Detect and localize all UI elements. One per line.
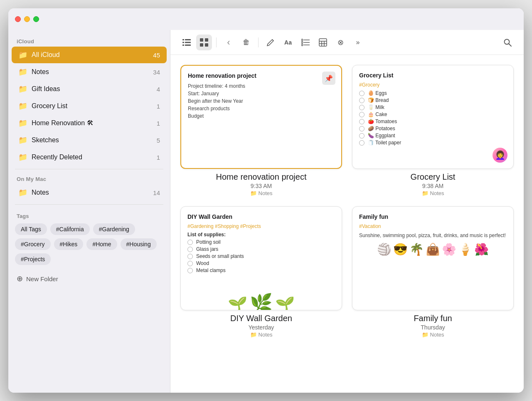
checkbox[interactable] bbox=[359, 98, 365, 103]
checklist-item: Wood bbox=[187, 260, 335, 266]
sidebar-item-label: Gift Ideas bbox=[32, 85, 153, 93]
sidebar-item-count: 34 bbox=[153, 69, 160, 76]
minimize-button[interactable] bbox=[24, 16, 30, 22]
svg-point-21 bbox=[505, 39, 510, 44]
tag-housing[interactable]: #Housing bbox=[121, 238, 157, 250]
note-card-family[interactable]: Family fun #Vacation Sunshine, swimming … bbox=[352, 206, 514, 310]
folder-icon: 📁 bbox=[18, 119, 27, 128]
note-card-home-renovation[interactable]: Home renovation project 📌 Project timeli… bbox=[180, 65, 342, 169]
checkbox[interactable] bbox=[187, 254, 193, 259]
svg-rect-16 bbox=[319, 39, 327, 46]
checkbox[interactable] bbox=[359, 105, 365, 110]
sidebar-item-all-icloud[interactable]: 📁 All iCloud 45 bbox=[12, 47, 167, 63]
checkbox[interactable] bbox=[187, 240, 193, 245]
folder-icon: 📁 bbox=[18, 153, 27, 162]
folder-icon-small: 📁 bbox=[422, 190, 429, 196]
tag-projects[interactable]: #Projects bbox=[15, 253, 51, 265]
sticker: 🌴 bbox=[409, 243, 424, 256]
sidebar-item-count: 14 bbox=[153, 189, 160, 196]
note-title: DIY Wall Garden bbox=[187, 213, 335, 220]
sidebar: iCloud 📁 All iCloud 45 📁 Notes 34 📁 Gift… bbox=[8, 8, 170, 393]
sidebar-item-label: Notes bbox=[32, 68, 149, 76]
collab-button[interactable]: ⊗ bbox=[332, 35, 348, 50]
checklist: Potting soil Glass jars Seeds or small p… bbox=[187, 239, 335, 273]
new-folder-label: New Folder bbox=[26, 275, 58, 282]
sidebar-item-sketches[interactable]: 📁 Sketches 5 bbox=[12, 132, 167, 149]
tag-home[interactable]: #Home bbox=[86, 238, 117, 250]
sticker: 🌸 bbox=[442, 243, 456, 256]
sidebar-item-mac-notes[interactable]: 📁 Notes 14 bbox=[12, 184, 167, 201]
note-wrapper-family: Family fun #Vacation Sunshine, swimming … bbox=[352, 206, 514, 338]
checklist-item: Potting soil bbox=[187, 239, 335, 245]
svg-rect-8 bbox=[200, 43, 203, 47]
note-body: Sunshine, swimming pool, pizza, fruit, d… bbox=[359, 232, 507, 239]
search-button[interactable] bbox=[500, 35, 515, 50]
checklist-item: 🍅 Tomatoes bbox=[359, 119, 507, 124]
note-info: Family fun Thursday 📁 Notes bbox=[352, 314, 514, 338]
svg-rect-4 bbox=[182, 45, 184, 46]
sidebar-item-home-renovation[interactable]: 📁 Home Renovation 🛠 1 bbox=[12, 115, 167, 131]
checklist-icon bbox=[301, 39, 310, 46]
tag-gardening[interactable]: #Gardening bbox=[93, 223, 135, 235]
checklist-item: Glass jars bbox=[187, 246, 335, 252]
compose-button[interactable] bbox=[263, 35, 278, 50]
toolbar-separator bbox=[258, 37, 259, 47]
divider bbox=[15, 204, 163, 205]
user-avatar: 👩‍🦱 bbox=[493, 148, 507, 163]
checkbox[interactable] bbox=[359, 133, 365, 139]
checkbox[interactable] bbox=[187, 261, 193, 266]
new-folder-button[interactable]: ⊕ New Folder bbox=[8, 270, 170, 287]
sidebar-item-label: Notes bbox=[32, 189, 149, 196]
note-info: DIY Wall Garden Yesterday 📁 Notes bbox=[180, 314, 342, 338]
note-body: Project timeline: 4 months Start: Januar… bbox=[188, 82, 335, 120]
sidebar-item-notes[interactable]: 📁 Notes 34 bbox=[12, 64, 167, 80]
sidebar-item-grocery-list[interactable]: 📁 Grocery List 1 bbox=[12, 98, 167, 114]
delete-button[interactable]: 🗑 bbox=[238, 35, 254, 50]
close-button[interactable] bbox=[15, 16, 21, 22]
sidebar-item-count: 5 bbox=[157, 137, 160, 144]
icloud-section-header: iCloud bbox=[8, 35, 170, 46]
sidebar-item-gift-ideas[interactable]: 📁 Gift Ideas 4 bbox=[12, 81, 167, 97]
note-card-diy[interactable]: DIY Wall Garden #Gardening #Shopping #Pr… bbox=[180, 206, 342, 310]
svg-line-22 bbox=[509, 44, 512, 46]
checklist-item: 🍞 Bread bbox=[359, 97, 507, 103]
checkbox[interactable] bbox=[359, 112, 365, 117]
note-info-folder: 📁 Notes bbox=[352, 190, 514, 196]
sidebar-item-label: Grocery List bbox=[32, 102, 153, 110]
sidebar-item-label: All iCloud bbox=[32, 51, 149, 59]
back-button[interactable]: ‹ bbox=[221, 35, 236, 50]
note-tag: #Grocery bbox=[359, 82, 507, 88]
checkbox[interactable] bbox=[187, 268, 193, 273]
tag-california[interactable]: #California bbox=[50, 223, 90, 235]
tags-header: Tags bbox=[15, 211, 163, 223]
checklist-button[interactable] bbox=[298, 35, 313, 50]
checkbox[interactable] bbox=[359, 119, 365, 124]
checkbox[interactable] bbox=[187, 247, 193, 252]
note-info-time: Yesterday bbox=[180, 324, 342, 331]
note-info-folder: 📁 Notes bbox=[352, 332, 514, 338]
format-button[interactable]: Aa bbox=[280, 35, 296, 50]
checklist: 🥚 Eggs 🍞 Bread 🥛 Milk 🎂 Cake 🍅 Tomatoes … bbox=[359, 90, 507, 146]
note-card-grocery[interactable]: Grocery List #Grocery 🥚 Eggs 🍞 Bread 🥛 M… bbox=[352, 65, 514, 169]
checklist-item: 🥛 Milk bbox=[359, 104, 507, 110]
tags-grid: All Tags #California #Gardening #Grocery… bbox=[15, 223, 163, 265]
tags-section: Tags All Tags #California #Gardening #Gr… bbox=[8, 208, 170, 268]
checkbox[interactable] bbox=[359, 140, 365, 146]
sidebar-item-recently-deleted[interactable]: 📁 Recently Deleted 1 bbox=[12, 149, 167, 166]
tag-hikes[interactable]: #Hikes bbox=[54, 238, 84, 250]
svg-rect-7 bbox=[205, 38, 208, 42]
checkbox[interactable] bbox=[359, 91, 365, 96]
tag-all-tags[interactable]: All Tags bbox=[15, 223, 47, 235]
tag-grocery[interactable]: #Grocery bbox=[15, 238, 51, 250]
grid-view-button[interactable] bbox=[196, 35, 212, 50]
list-view-button[interactable] bbox=[179, 35, 195, 50]
toolbar: ‹ 🗑 Aa bbox=[170, 30, 524, 55]
table-icon bbox=[319, 38, 327, 47]
toolbar-separator bbox=[216, 37, 217, 47]
checkbox[interactable] bbox=[359, 126, 365, 131]
note-body-label: List of supplies: bbox=[187, 232, 335, 238]
more-button[interactable]: » bbox=[350, 35, 366, 50]
maximize-button[interactable] bbox=[33, 16, 39, 22]
note-info-time: 9:38 AM bbox=[352, 183, 514, 189]
table-button[interactable] bbox=[315, 35, 331, 50]
